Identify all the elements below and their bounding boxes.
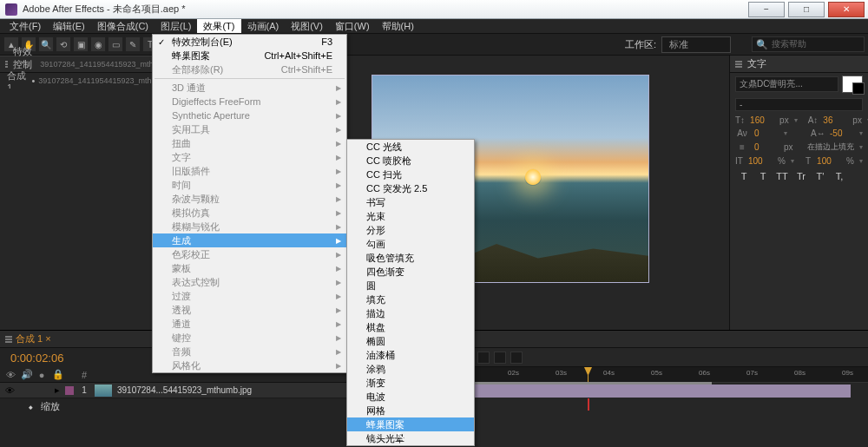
generate-item[interactable]: 镜头光晕 (347, 431, 474, 445)
playhead[interactable] (588, 367, 589, 382)
generate-item[interactable]: CC 扫光 (347, 168, 474, 181)
search-help[interactable]: 🔍 搜索帮助 (752, 36, 865, 52)
generate-item[interactable]: CC 突发光 2.5 (347, 181, 474, 195)
timeline-comp-tab[interactable]: 合成 1 × (16, 332, 51, 345)
character-panel-header[interactable]: 文字 (730, 56, 868, 73)
leading-value[interactable]: 36 (823, 115, 847, 125)
generate-item[interactable]: 四色渐变 (347, 265, 474, 279)
menu-view[interactable]: 视图(V) (285, 19, 329, 33)
effects-item[interactable]: 特效控制台(E)✓F3 (153, 35, 346, 49)
generate-item[interactable]: 填充 (347, 293, 474, 306)
style-sub[interactable]: T, (832, 171, 846, 181)
effects-item[interactable]: 时间▶ (153, 178, 346, 192)
effects-item[interactable]: 全部移除(R)Ctrl+Shift+E (153, 62, 346, 76)
pen-tool[interactable]: ✎ (125, 36, 141, 52)
generate-item[interactable]: 描边 (347, 306, 474, 320)
generate-item[interactable]: CC 喷胶枪 (347, 154, 474, 168)
effects-item[interactable]: 透视▶ (153, 303, 346, 317)
effects-item[interactable]: 蜂巢图案Ctrl+Alt+Shift+E (153, 49, 346, 62)
effects-item[interactable]: Digieffects FreeForm▶ (153, 95, 346, 108)
effects-item[interactable]: 旧版插件▶ (153, 164, 346, 178)
stroke-width-value[interactable]: 0 (754, 142, 779, 152)
generate-item[interactable]: 分形 (347, 223, 474, 237)
effects-item[interactable]: 风格化▶ (153, 358, 346, 372)
keyframe-marker[interactable] (588, 398, 589, 411)
effects-item[interactable]: 文字▶ (153, 150, 346, 164)
anchor-tool[interactable]: ◉ (90, 36, 106, 52)
menu-animation[interactable]: 动画(A) (241, 19, 286, 33)
fill-stroke-swatch[interactable] (842, 76, 863, 93)
generate-item[interactable]: 光束 (347, 209, 474, 223)
generate-item[interactable]: 勾画 (347, 237, 474, 251)
visibility-col-icon[interactable]: 👁 (5, 370, 16, 380)
generate-item[interactable]: 书写 (347, 195, 474, 209)
effects-item[interactable]: 键控▶ (153, 331, 346, 345)
style-super[interactable]: T' (813, 171, 827, 181)
font-style-select[interactable]: - (735, 98, 863, 111)
timecode[interactable]: 0:00:02:06 (10, 352, 63, 365)
font-size-value[interactable]: 160 (750, 115, 774, 125)
camera-tool[interactable]: ▣ (73, 36, 89, 52)
rect-tool[interactable]: ▭ (108, 36, 123, 52)
style-smallcaps[interactable]: Tr (794, 171, 808, 181)
effects-item[interactable]: 3D 通道▶ (153, 81, 346, 95)
style-bold[interactable]: T (737, 171, 751, 181)
effects-item[interactable]: 模糊与锐化▶ (153, 220, 346, 233)
generate-item[interactable]: 圆 (347, 279, 474, 293)
effects-item[interactable]: 表达式控制▶ (153, 275, 346, 289)
generate-item[interactable]: 网格 (347, 404, 474, 417)
tl-tool-4[interactable] (477, 352, 490, 364)
layer-color-swatch[interactable] (65, 386, 74, 395)
menu-file[interactable]: 文件(F) (3, 19, 47, 33)
generate-item[interactable]: 吸色管填充 (347, 251, 474, 265)
maximize-button[interactable]: □ (788, 2, 825, 17)
effects-item[interactable]: 蒙板▶ (153, 261, 346, 275)
stopwatch-icon[interactable]: ⬥ (28, 401, 34, 411)
solo-col-icon[interactable]: ● (36, 370, 47, 380)
layer-name[interactable]: 39107284...54415923_mthumb.jpg (117, 385, 252, 395)
style-italic[interactable]: T (756, 171, 770, 181)
effects-item[interactable]: 过渡▶ (153, 289, 346, 303)
close-button[interactable]: ✕ (828, 2, 865, 17)
lock-col-icon[interactable]: 🔒 (52, 369, 62, 380)
zoom-tool[interactable]: 🔍 (38, 36, 54, 52)
hscale-value[interactable]: 100 (817, 156, 841, 166)
generate-item[interactable]: 油漆桶 (347, 348, 474, 362)
menu-effect[interactable]: 效果(T) (197, 19, 240, 33)
effects-item[interactable]: 通道▶ (153, 317, 346, 331)
kerning-value[interactable]: 0 (754, 128, 779, 138)
generate-item[interactable]: 蜂巢图案 (347, 417, 474, 431)
generate-item[interactable]: 棋盘 (347, 320, 474, 334)
menu-layer[interactable]: 图层(L) (155, 19, 197, 33)
style-allcaps[interactable]: TT (775, 171, 789, 181)
generate-item[interactable]: 电波 (347, 390, 474, 404)
tl-tool-6[interactable] (510, 352, 523, 364)
minimize-button[interactable]: − (748, 2, 785, 17)
generate-item[interactable]: 渐变 (347, 376, 474, 390)
menu-help[interactable]: 帮助(H) (376, 19, 420, 33)
vscale-value[interactable]: 100 (748, 156, 773, 166)
effects-item[interactable]: 模拟仿真▶ (153, 206, 346, 220)
menu-composition[interactable]: 图像合成(C) (91, 19, 155, 33)
workspace-select[interactable]: 标准 (661, 36, 731, 53)
effects-item[interactable]: 色彩校正▶ (153, 247, 346, 261)
effects-item[interactable]: 生成▶ (153, 233, 346, 247)
layer-visibility-icon[interactable]: 👁 (5, 385, 15, 396)
generate-item[interactable]: 椭圆 (347, 334, 474, 348)
generate-item[interactable]: 涂鸦 (347, 362, 474, 376)
effects-item[interactable]: 杂波与颗粒▶ (153, 192, 346, 206)
menu-edit[interactable]: 编辑(E) (47, 19, 91, 33)
effects-item[interactable]: Synthetic Aperture▶ (153, 108, 346, 122)
timeline-tracks[interactable]: 02s03s04s05s06s07s08s09s10s (421, 348, 868, 447)
effects-item[interactable]: 扭曲▶ (153, 136, 346, 150)
timeline-ruler[interactable]: 02s03s04s05s06s07s08s09s10s (421, 367, 868, 383)
effects-item[interactable]: 音频▶ (153, 345, 346, 358)
generate-item[interactable]: CC 光线 (347, 140, 474, 154)
layer-bar[interactable] (438, 385, 851, 398)
tl-tool-5[interactable] (494, 352, 506, 364)
menu-window[interactable]: 窗口(W) (329, 19, 376, 33)
tracking-value[interactable]: -50 (830, 128, 854, 138)
rotate-tool[interactable]: ⟲ (56, 36, 71, 52)
stroke-option[interactable]: 在描边上填充 (807, 141, 854, 153)
audio-col-icon[interactable]: 🔊 (21, 369, 31, 380)
